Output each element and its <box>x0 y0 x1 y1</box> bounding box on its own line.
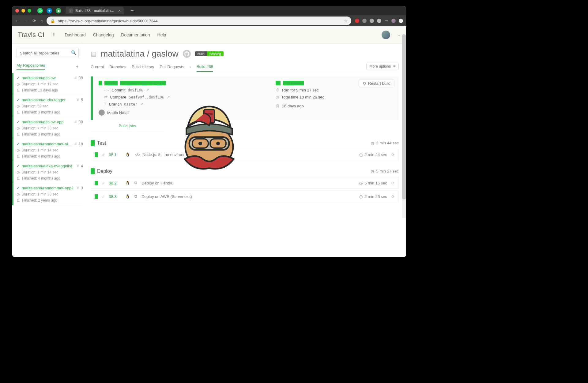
window-close[interactable] <box>15 9 19 13</box>
tab-current[interactable]: Current <box>91 62 104 72</box>
sidebar-add-repo[interactable]: + <box>76 64 79 69</box>
extension-icon[interactable] <box>362 19 367 23</box>
restart-build-button[interactable]: ↻ Restart build <box>359 80 394 87</box>
branch-name[interactable]: master <box>124 102 137 106</box>
repo-name: matitalatina/gaslow-app <box>22 120 73 124</box>
job-row[interactable]: ✓ # 38.3 🐧 ⧉ Deploy on AWS (Serverless) … <box>91 191 399 202</box>
extension-icon[interactable] <box>355 19 359 23</box>
tab-build-jobs[interactable]: Build jobs <box>91 120 164 132</box>
nav-back-icon[interactable]: ← <box>15 18 20 23</box>
job-time: 5 min 16 sec <box>364 181 387 185</box>
job-restart-icon[interactable]: ⟳ <box>391 181 395 185</box>
check-icon: ✓ <box>17 164 20 168</box>
compare-label: Compare <box>110 95 126 99</box>
calendar-icon: 🗓 <box>17 88 20 92</box>
nav-dashboard[interactable]: Dashboard <box>65 32 86 37</box>
job-row[interactable]: ✓ # 38.1 🐧 </> Node.js: 8 no environment… <box>91 149 399 160</box>
compare-range[interactable]: 5eaf90f..d09f106 <box>129 95 164 99</box>
repo-duration: Duration: 7 min 33 sec <box>21 126 58 130</box>
job-restart-icon[interactable]: ⟳ <box>391 194 395 199</box>
repo-duration: Duration: 1 min 17 sec <box>21 82 58 86</box>
check-icon: ✓ <box>95 194 98 199</box>
stage-name: Test <box>97 140 106 146</box>
build-status[interactable]: #38 passed <box>283 81 303 85</box>
repo-build-number: 5 <box>81 98 83 102</box>
more-options-button[interactable]: More options ≡ <box>366 63 399 70</box>
compare-icon: ⇄ <box>104 95 107 99</box>
tab-close-icon[interactable]: × <box>118 8 121 13</box>
user-avatar[interactable] <box>382 31 390 39</box>
tab-build-number[interactable]: Build #38 <box>197 62 213 72</box>
tab-branches[interactable]: Branches <box>109 62 126 72</box>
scrollbar-thumb[interactable] <box>402 34 406 199</box>
browser-tab[interactable]: T Build #38 - matitalatina/gaslow × <box>66 7 124 14</box>
url-text: https://travis-ci.org/matitalatina/gaslo… <box>58 19 158 23</box>
hash-icon: # <box>74 142 77 146</box>
nav-reload-icon[interactable]: ⟳ <box>32 18 36 23</box>
brand-logo[interactable]: Travis CI <box>18 31 44 39</box>
hash-icon: # <box>102 181 104 185</box>
stage-name: Deploy <box>97 169 112 174</box>
build-commit-message: Removed name in api key <box>120 81 166 85</box>
tab-pull-requests[interactable]: Pull Requests <box>160 62 184 72</box>
repo-item[interactable]: ✓matitalatina/gaslow#39 ◷Duration: 1 min… <box>12 73 83 95</box>
repo-title[interactable]: matitalatina / gaslow <box>101 49 179 59</box>
clock-icon: ◷ <box>17 192 20 196</box>
calendar-icon: 🗓 <box>276 104 280 108</box>
repo-item[interactable]: ✓matitalatina/randommet-app2#3 ◷Duration… <box>12 183 83 205</box>
menu-icon[interactable] <box>399 19 403 23</box>
window-maximize[interactable] <box>28 9 31 13</box>
clock-icon: ◷ <box>17 104 20 108</box>
check-icon: ✓ <box>17 142 20 146</box>
nav-changelog[interactable]: Changelog <box>93 32 114 37</box>
nav-forward-icon[interactable]: → <box>24 18 28 23</box>
repo-item[interactable]: ✓matitalatina/randommet-alexa#18 ◷Durati… <box>12 139 83 161</box>
clock-icon: ◷ <box>359 152 363 157</box>
job-row[interactable]: ✓ # 38.2 🐧 ⧉ Deploy on Heroku ◷5 min 16 … <box>91 177 399 189</box>
github-icon[interactable] <box>183 50 191 58</box>
clock-icon: ◷ <box>17 170 20 174</box>
window-minimize[interactable] <box>21 9 25 13</box>
repo-finished: Finished: 4 months ago <box>22 154 60 158</box>
commit-sha[interactable]: d09f106 <box>128 88 143 92</box>
linux-icon: 🐧 <box>125 181 130 185</box>
build-branch[interactable]: master <box>104 81 118 85</box>
job-restart-icon[interactable]: ⟳ <box>391 152 395 157</box>
new-tab-button[interactable]: + <box>130 8 134 14</box>
search-icon: 🔍 <box>71 50 76 55</box>
user-menu-caret-icon[interactable]: ⌄ <box>398 33 401 37</box>
clock-icon: ◷ <box>17 148 20 152</box>
stage-check-icon: ✔ <box>91 168 95 174</box>
extension-icon[interactable] <box>377 19 381 23</box>
check-icon: ✓ <box>17 98 20 102</box>
cast-icon[interactable]: ▭ <box>384 18 388 23</box>
pinned-tab-telegram[interactable]: ✈ <box>47 8 52 13</box>
repo-item[interactable]: ✓matitalatina/alexa-evangelist#4 ◷Durati… <box>12 161 83 183</box>
external-link-icon[interactable]: ↗ <box>146 88 149 92</box>
external-link-icon[interactable]: ↗ <box>140 102 143 106</box>
broadcast-icon[interactable]: ᯤ <box>52 32 57 38</box>
check-icon: ✓ <box>17 186 20 190</box>
author-name[interactable]: Mattia Natali <box>107 110 129 115</box>
clock-icon: ◷ <box>371 141 374 145</box>
clock-icon: ◷ <box>276 95 279 99</box>
repo-item[interactable]: ✓matitalatina/gaslow-app#30 ◷Duration: 7… <box>12 117 83 139</box>
pinned-tab-whatsapp[interactable]: ✆ <box>37 8 43 13</box>
hash-icon: # <box>77 186 79 190</box>
repo-item[interactable]: ✓matitalatina/audio-tagger#5 ◷Duration: … <box>12 95 83 117</box>
sidebar-tab-myrepos[interactable]: My Repositories <box>17 63 45 70</box>
build-status-badge[interactable]: build passing <box>195 51 224 56</box>
tab-build-history[interactable]: Build History <box>132 62 154 72</box>
url-bar[interactable]: 🔒 https://travis-ci.org/matitalatina/gas… <box>47 17 351 25</box>
nav-home-icon[interactable]: ⌂ <box>40 18 43 23</box>
nav-help[interactable]: Help <box>157 32 166 37</box>
external-link-icon[interactable]: ↗ <box>167 95 170 99</box>
stage-check-icon: ✔ <box>91 140 95 146</box>
nav-documentation[interactable]: Documentation <box>121 32 150 37</box>
profile-avatar[interactable] <box>391 19 396 23</box>
search-input[interactable] <box>17 48 79 58</box>
lock-icon: 🔒 <box>50 19 55 23</box>
pinned-tab-travis[interactable]: ◆ <box>56 8 61 13</box>
bookmark-star-icon[interactable]: ☆ <box>344 19 348 23</box>
extension-icon[interactable] <box>370 19 374 23</box>
